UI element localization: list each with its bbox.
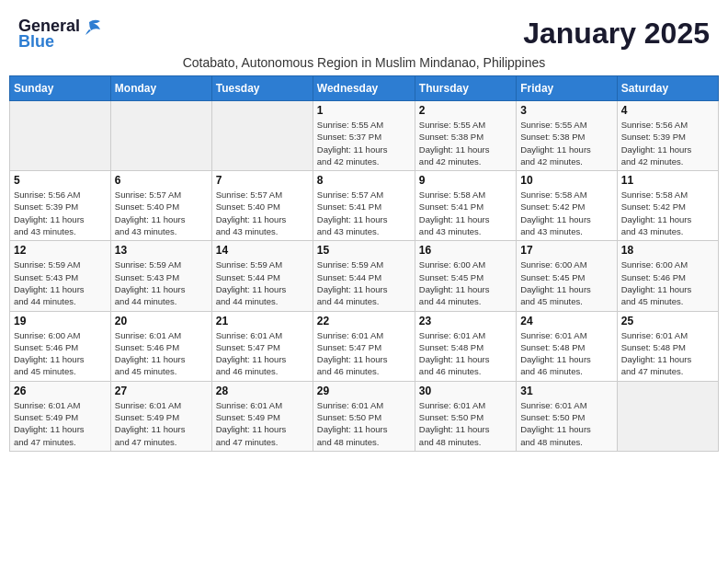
cell-info-text: Sunrise: 6:01 AM Sunset: 5:49 PM Dayligh…	[216, 399, 309, 448]
cell-day-number: 11	[621, 174, 714, 187]
weekday-header-thursday: Thursday	[415, 76, 516, 101]
calendar-week-3: 12Sunrise: 5:59 AM Sunset: 5:43 PM Dayli…	[10, 241, 719, 311]
cell-info-text: Sunrise: 6:01 AM Sunset: 5:49 PM Dayligh…	[115, 399, 208, 448]
cell-day-number: 12	[14, 244, 107, 257]
cell-day-number: 5	[14, 174, 107, 187]
cell-day-number: 21	[216, 315, 309, 327]
calendar-week-1: 1Sunrise: 5:55 AM Sunset: 5:37 PM Daylig…	[10, 101, 719, 171]
calendar-cell: 27Sunrise: 6:01 AM Sunset: 5:49 PM Dayli…	[110, 381, 211, 451]
calendar-cell: 9Sunrise: 5:58 AM Sunset: 5:41 PM Daylig…	[415, 171, 516, 241]
cell-info-text: Sunrise: 5:59 AM Sunset: 5:44 PM Dayligh…	[216, 259, 309, 307]
calendar-cell: 11Sunrise: 5:58 AM Sunset: 5:42 PM Dayli…	[617, 171, 718, 241]
cell-day-number: 10	[520, 174, 612, 187]
calendar-cell: 18Sunrise: 6:00 AM Sunset: 5:46 PM Dayli…	[617, 241, 718, 311]
calendar-cell: 5Sunrise: 5:56 AM Sunset: 5:39 PM Daylig…	[10, 171, 111, 241]
cell-day-number: 17	[520, 244, 612, 257]
weekday-header-row: SundayMondayTuesdayWednesdayThursdayFrid…	[10, 76, 719, 101]
cell-info-text: Sunrise: 6:01 AM Sunset: 5:50 PM Dayligh…	[520, 399, 612, 448]
calendar-cell: 12Sunrise: 5:59 AM Sunset: 5:43 PM Dayli…	[10, 241, 111, 311]
calendar-table: SundayMondayTuesdayWednesdayThursdayFrid…	[9, 75, 719, 452]
cell-day-number: 2	[419, 104, 512, 117]
cell-day-number: 25	[621, 315, 714, 327]
calendar-cell: 19Sunrise: 6:00 AM Sunset: 5:46 PM Dayli…	[10, 311, 111, 381]
cell-day-number: 7	[216, 174, 309, 187]
calendar-cell: 7Sunrise: 5:57 AM Sunset: 5:40 PM Daylig…	[211, 171, 313, 241]
calendar-cell: 20Sunrise: 6:01 AM Sunset: 5:46 PM Dayli…	[110, 311, 211, 381]
cell-day-number: 19	[14, 315, 107, 327]
calendar-cell: 6Sunrise: 5:57 AM Sunset: 5:40 PM Daylig…	[110, 171, 211, 241]
calendar-week-4: 19Sunrise: 6:00 AM Sunset: 5:46 PM Dayli…	[10, 311, 719, 381]
cell-info-text: Sunrise: 6:01 AM Sunset: 5:46 PM Dayligh…	[115, 329, 208, 378]
calendar-week-2: 5Sunrise: 5:56 AM Sunset: 5:39 PM Daylig…	[10, 171, 719, 241]
cell-info-text: Sunrise: 6:01 AM Sunset: 5:48 PM Dayligh…	[621, 329, 714, 378]
cell-info-text: Sunrise: 6:01 AM Sunset: 5:50 PM Dayligh…	[419, 399, 512, 448]
calendar-cell: 17Sunrise: 6:00 AM Sunset: 5:45 PM Dayli…	[517, 241, 617, 311]
cell-info-text: Sunrise: 5:57 AM Sunset: 5:41 PM Dayligh…	[317, 189, 411, 237]
calendar-cell	[617, 381, 718, 451]
cell-day-number: 29	[317, 385, 411, 397]
calendar-cell	[110, 101, 211, 171]
cell-day-number: 13	[115, 244, 208, 257]
calendar-cell: 1Sunrise: 5:55 AM Sunset: 5:37 PM Daylig…	[313, 101, 415, 171]
calendar-cell: 30Sunrise: 6:01 AM Sunset: 5:50 PM Dayli…	[415, 381, 516, 451]
cell-info-text: Sunrise: 5:55 AM Sunset: 5:37 PM Dayligh…	[317, 119, 411, 167]
cell-day-number: 24	[520, 315, 612, 327]
weekday-header-tuesday: Tuesday	[211, 76, 313, 101]
cell-day-number: 3	[520, 104, 612, 117]
cell-info-text: Sunrise: 5:58 AM Sunset: 5:42 PM Dayligh…	[520, 189, 612, 237]
cell-info-text: Sunrise: 5:56 AM Sunset: 5:39 PM Dayligh…	[621, 119, 714, 167]
cell-day-number: 6	[115, 174, 208, 187]
weekday-header-friday: Friday	[517, 76, 617, 101]
weekday-header-wednesday: Wednesday	[313, 76, 415, 101]
cell-info-text: Sunrise: 6:01 AM Sunset: 5:47 PM Dayligh…	[216, 329, 309, 378]
calendar-body: 1Sunrise: 5:55 AM Sunset: 5:37 PM Daylig…	[10, 101, 719, 452]
weekday-header-monday: Monday	[110, 76, 211, 101]
weekday-header-sunday: Sunday	[10, 76, 111, 101]
cell-info-text: Sunrise: 6:01 AM Sunset: 5:50 PM Dayligh…	[317, 399, 411, 448]
calendar-header: SundayMondayTuesdayWednesdayThursdayFrid…	[10, 76, 719, 101]
calendar-cell: 16Sunrise: 6:00 AM Sunset: 5:45 PM Dayli…	[415, 241, 516, 311]
cell-info-text: Sunrise: 5:59 AM Sunset: 5:43 PM Dayligh…	[14, 259, 107, 307]
calendar-cell: 8Sunrise: 5:57 AM Sunset: 5:41 PM Daylig…	[313, 171, 415, 241]
cell-day-number: 27	[115, 385, 208, 397]
calendar-cell: 28Sunrise: 6:01 AM Sunset: 5:49 PM Dayli…	[211, 381, 313, 451]
cell-info-text: Sunrise: 5:57 AM Sunset: 5:40 PM Dayligh…	[115, 189, 208, 237]
calendar-cell: 3Sunrise: 5:55 AM Sunset: 5:38 PM Daylig…	[517, 101, 617, 171]
calendar-cell	[211, 101, 313, 171]
cell-info-text: Sunrise: 6:01 AM Sunset: 5:48 PM Dayligh…	[520, 329, 612, 378]
calendar-week-5: 26Sunrise: 6:01 AM Sunset: 5:49 PM Dayli…	[10, 381, 719, 451]
cell-day-number: 28	[216, 385, 309, 397]
calendar-cell: 29Sunrise: 6:01 AM Sunset: 5:50 PM Dayli…	[313, 381, 415, 451]
cell-day-number: 4	[621, 104, 714, 117]
weekday-header-saturday: Saturday	[617, 76, 718, 101]
cell-day-number: 23	[419, 315, 512, 327]
cell-info-text: Sunrise: 6:01 AM Sunset: 5:48 PM Dayligh…	[419, 329, 512, 378]
calendar-cell	[10, 101, 111, 171]
cell-info-text: Sunrise: 5:55 AM Sunset: 5:38 PM Dayligh…	[419, 119, 512, 167]
month-title: January 2025	[523, 17, 710, 51]
page-subtitle: Cotabato, Autonomous Region in Muslim Mi…	[9, 55, 719, 70]
calendar-cell: 10Sunrise: 5:58 AM Sunset: 5:42 PM Dayli…	[517, 171, 617, 241]
page-header: General Blue January 2025	[9, 9, 719, 52]
cell-day-number: 22	[317, 315, 411, 327]
cell-info-text: Sunrise: 6:00 AM Sunset: 5:45 PM Dayligh…	[419, 259, 512, 307]
cell-info-text: Sunrise: 5:55 AM Sunset: 5:38 PM Dayligh…	[520, 119, 612, 167]
cell-day-number: 26	[14, 385, 107, 397]
cell-info-text: Sunrise: 6:01 AM Sunset: 5:47 PM Dayligh…	[317, 329, 411, 378]
calendar-cell: 14Sunrise: 5:59 AM Sunset: 5:44 PM Dayli…	[211, 241, 313, 311]
logo: General Blue	[18, 17, 102, 52]
cell-info-text: Sunrise: 6:00 AM Sunset: 5:46 PM Dayligh…	[14, 329, 107, 378]
calendar-cell: 2Sunrise: 5:55 AM Sunset: 5:38 PM Daylig…	[415, 101, 516, 171]
calendar-cell: 15Sunrise: 5:59 AM Sunset: 5:44 PM Dayli…	[313, 241, 415, 311]
calendar-cell: 26Sunrise: 6:01 AM Sunset: 5:49 PM Dayli…	[10, 381, 111, 451]
cell-info-text: Sunrise: 5:58 AM Sunset: 5:41 PM Dayligh…	[419, 189, 512, 237]
calendar-cell: 25Sunrise: 6:01 AM Sunset: 5:48 PM Dayli…	[617, 311, 718, 381]
cell-day-number: 8	[317, 174, 411, 187]
logo-blue-text: Blue	[18, 32, 54, 52]
calendar-cell: 13Sunrise: 5:59 AM Sunset: 5:43 PM Dayli…	[110, 241, 211, 311]
calendar-cell: 22Sunrise: 6:01 AM Sunset: 5:47 PM Dayli…	[313, 311, 415, 381]
calendar-cell: 31Sunrise: 6:01 AM Sunset: 5:50 PM Dayli…	[517, 381, 617, 451]
cell-day-number: 30	[419, 385, 512, 397]
cell-day-number: 16	[419, 244, 512, 257]
calendar-cell: 24Sunrise: 6:01 AM Sunset: 5:48 PM Dayli…	[517, 311, 617, 381]
